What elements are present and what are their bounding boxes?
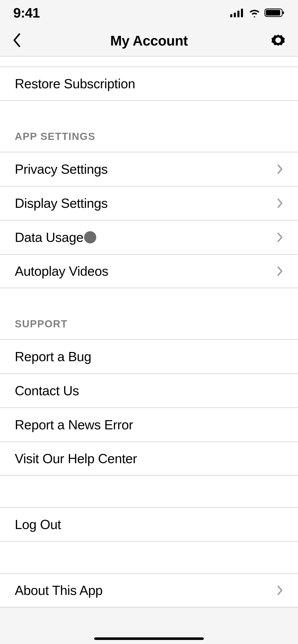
spacer [0, 476, 298, 507]
section-logout: Log Out [0, 507, 298, 541]
row-label: Display Settings [15, 196, 108, 211]
chevron-right-icon [277, 585, 283, 595]
spacer [0, 541, 298, 573]
row-label: Log Out [15, 517, 61, 532]
row-log-out[interactable]: Log Out [0, 507, 298, 541]
row-label: Data Usage [15, 230, 84, 245]
row-contact-us[interactable]: Contact Us [0, 373, 298, 407]
row-data-usage[interactable]: Data Usage [0, 220, 298, 254]
row-report-news-error[interactable]: Report a News Error [0, 407, 298, 442]
svg-rect-5 [266, 10, 280, 16]
section-app-settings: Privacy Settings Display Settings Data U… [0, 152, 298, 288]
nav-bar: My Account [0, 25, 298, 56]
chevron-right-icon [277, 266, 283, 276]
svg-rect-0 [230, 14, 232, 17]
row-label: Privacy Settings [15, 162, 108, 177]
row-label: Visit Our Help Center [15, 451, 137, 466]
gear-icon [270, 33, 286, 48]
svg-rect-3 [241, 9, 243, 17]
row-report-bug[interactable]: Report a Bug [0, 339, 298, 373]
section-header-app-settings: APP SETTINGS [0, 101, 298, 152]
row-privacy-settings[interactable]: Privacy Settings [0, 152, 298, 186]
row-about-app[interactable]: About This App [0, 573, 298, 607]
back-button[interactable] [12, 33, 21, 48]
settings-button[interactable] [270, 33, 286, 49]
svg-point-7 [275, 37, 281, 43]
wifi-icon [248, 8, 261, 17]
row-autoplay-videos[interactable]: Autoplay Videos [0, 254, 298, 288]
section-about: About This App [0, 573, 298, 607]
section-header-support: SUPPORT [0, 288, 298, 339]
status-time: 9:41 [13, 5, 40, 21]
page-title: My Account [110, 33, 188, 49]
row-label: About This App [15, 583, 103, 598]
chevron-right-icon [277, 198, 283, 208]
battery-icon [264, 8, 285, 18]
svg-rect-1 [234, 13, 236, 17]
spacer [0, 56, 298, 67]
row-label: Report a Bug [15, 349, 91, 364]
row-visit-help-center[interactable]: Visit Our Help Center [0, 442, 298, 476]
row-label: Contact Us [15, 383, 79, 398]
row-display-settings[interactable]: Display Settings [0, 186, 298, 220]
row-label: Report a News Error [15, 417, 133, 432]
status-icons [230, 8, 285, 18]
status-bar: 9:41 [0, 0, 298, 25]
row-label: Restore Subscription [15, 76, 135, 91]
section-support: Report a Bug Contact Us Report a News Er… [0, 339, 298, 476]
row-label: Autoplay Videos [15, 264, 108, 279]
home-indicator[interactable] [94, 637, 204, 640]
chevron-right-icon [277, 164, 283, 174]
svg-rect-6 [283, 11, 284, 14]
chevron-right-icon [277, 232, 283, 242]
chevron-left-icon [12, 33, 21, 47]
dot-indicator-icon [84, 231, 96, 243]
cellular-icon [230, 8, 245, 17]
row-restore-subscription[interactable]: Restore Subscription [0, 67, 298, 101]
svg-rect-2 [237, 11, 239, 17]
top-section: Restore Subscription [0, 67, 298, 101]
